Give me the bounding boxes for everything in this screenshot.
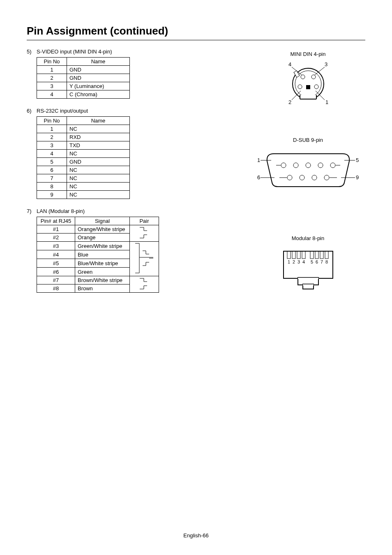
svg-rect-52 — [320, 251, 323, 259]
svg-rect-47 — [292, 251, 295, 259]
svg-rect-51 — [315, 251, 318, 259]
section-6-label: 6)RS-232C input/output — [27, 108, 251, 114]
section-5: 5)S-VIDEO input (MINI DIN 4-pin) Pin No … — [27, 49, 251, 99]
section-7-label: 7)LAN (Modular 8-pin) — [27, 208, 251, 214]
th-name: Name — [67, 117, 130, 125]
svg-line-7 — [316, 91, 325, 100]
svg-rect-53 — [325, 251, 328, 259]
svg-point-36 — [324, 175, 329, 180]
svg-point-30 — [306, 163, 311, 168]
svg-rect-46 — [287, 251, 291, 259]
table-lan: Pin# at RJ45 Signal Pair #1 Orange/White… — [37, 217, 159, 293]
th-pinno: Pin No — [37, 58, 67, 66]
table-rs232c: Pin No Name 1NC 2RXD 3TXD 4NC 5GND 6NC 7… — [37, 116, 130, 199]
svg-text:2: 2 — [288, 99, 291, 105]
svg-rect-15 — [306, 85, 310, 89]
table-svideo: Pin No Name 1GND 2GND 3Y (Luminance) 4C … — [37, 57, 130, 99]
svg-text:7: 7 — [321, 259, 323, 264]
svg-rect-41 — [284, 251, 333, 278]
svg-text:1: 1 — [288, 259, 290, 264]
rj45-icon: 1 2 3 4 5 6 7 8 — [277, 245, 339, 291]
th-name: Name — [67, 58, 130, 66]
svg-point-29 — [293, 163, 298, 168]
section-6: 6)RS-232C input/output Pin No Name 1NC 2… — [27, 108, 251, 199]
pair-bracket-1 — [130, 225, 159, 242]
svg-text:1: 1 — [257, 157, 260, 163]
svg-text:6: 6 — [257, 174, 260, 180]
svg-text:3: 3 — [325, 61, 327, 67]
svg-point-12 — [311, 75, 316, 79]
th-signal: Signal — [75, 217, 130, 225]
diagram-modular8: Modular 8-pin — [277, 235, 339, 292]
svg-line-5 — [314, 67, 325, 75]
svg-text:6: 6 — [316, 259, 318, 264]
pair-bracket-3 — [130, 276, 159, 293]
pair-bracket-2 — [130, 242, 159, 276]
svg-point-28 — [281, 163, 286, 168]
svg-text:4: 4 — [302, 259, 305, 264]
th-pinrj: Pin# at RJ45 — [37, 217, 75, 225]
svg-rect-50 — [310, 251, 314, 259]
th-pinno: Pin No — [37, 117, 67, 125]
svg-text:5: 5 — [311, 259, 313, 264]
diagram-dsub9: D-SUB 9-pin 1 5 6 9 — [255, 137, 362, 194]
svg-point-31 — [318, 163, 323, 168]
svg-text:4: 4 — [288, 61, 291, 67]
minidin-icon: 4 3 2 1 — [279, 61, 337, 106]
svg-point-13 — [298, 85, 302, 89]
svg-point-11 — [301, 75, 305, 79]
section-7: 7)LAN (Modular 8-pin) Pin# at RJ45 Signa… — [27, 208, 251, 293]
svg-point-14 — [314, 85, 318, 89]
svg-text:8: 8 — [325, 259, 328, 264]
page-footer: English-66 — [0, 532, 392, 539]
svg-point-34 — [300, 175, 304, 180]
svg-text:9: 9 — [356, 174, 359, 180]
svg-rect-49 — [302, 251, 305, 259]
svg-point-35 — [312, 175, 317, 180]
th-pair: Pair — [130, 217, 159, 225]
svg-rect-48 — [297, 251, 300, 259]
section-5-label: 5)S-VIDEO input (MINI DIN 4-pin) — [27, 49, 251, 55]
svg-point-32 — [330, 163, 335, 168]
svg-line-6 — [292, 91, 301, 100]
dsub9-icon: 1 5 6 9 — [255, 147, 362, 192]
title-rule — [27, 40, 365, 40]
page-title: Pin Assignment (continued) — [27, 25, 365, 37]
svg-text:3: 3 — [297, 259, 300, 264]
diagram-minidin: MINI DIN 4-pin 4 3 2 1 — [279, 51, 337, 108]
svg-text:5: 5 — [356, 157, 359, 163]
svg-point-33 — [287, 175, 292, 180]
svg-text:2: 2 — [293, 259, 295, 264]
svg-text:1: 1 — [325, 99, 328, 105]
